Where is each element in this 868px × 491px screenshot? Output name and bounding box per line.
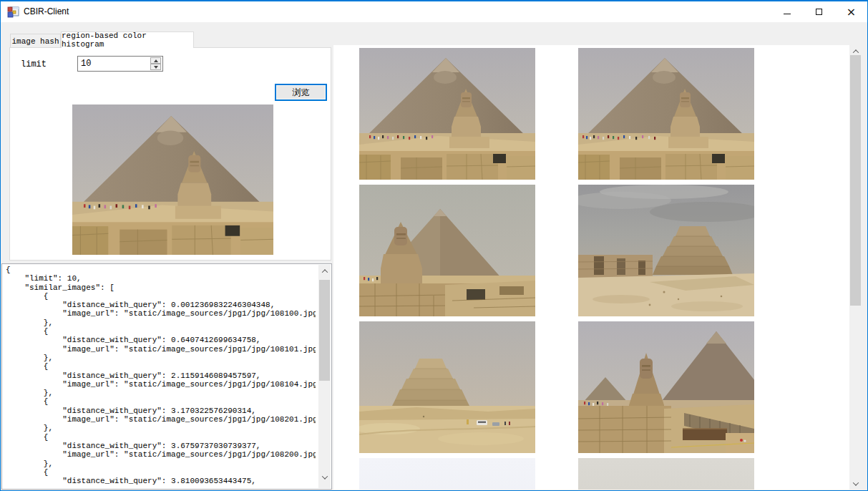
response-json-text: { "limit": 10, "similar_images": [ { "di… [6, 266, 316, 489]
result-image[interactable] [578, 321, 754, 453]
result-image[interactable] [359, 185, 535, 316]
result-image[interactable] [578, 185, 754, 316]
app-window: CBIR-Client × image hash region-based co… [0, 0, 868, 491]
limit-label: limit [21, 59, 47, 69]
close-icon: × [847, 6, 856, 18]
query-panel: limit 10 浏览 [9, 47, 331, 261]
scrollbar-thumb[interactable] [319, 280, 330, 381]
result-image[interactable] [578, 458, 754, 490]
window-title: CBIR-Client [24, 1, 69, 22]
browse-button[interactable]: 浏览 [275, 84, 327, 101]
chevron-up-icon [852, 49, 858, 55]
scroll-up-button[interactable] [318, 265, 331, 277]
close-button[interactable]: × [835, 1, 867, 22]
chevron-down-icon [852, 480, 858, 485]
up-arrow-icon [154, 59, 158, 62]
browse-button-label: 浏览 [293, 87, 310, 99]
tab-image-hash[interactable]: image hash [10, 34, 61, 48]
maximize-icon [816, 9, 822, 15]
window-controls: × [771, 1, 867, 22]
scroll-down-button[interactable] [318, 471, 331, 483]
maximize-button[interactable] [803, 1, 835, 22]
results-grid [333, 45, 862, 490]
tab-region-histogram[interactable]: region-based color histogram [61, 31, 194, 48]
scrollbar-thumb[interactable] [850, 55, 861, 306]
result-image[interactable] [359, 458, 535, 490]
app-icon [7, 6, 19, 18]
results-panel [333, 45, 862, 490]
chevron-up-icon [321, 269, 327, 275]
limit-spinner-down[interactable] [150, 64, 161, 70]
results-scrollbar[interactable] [849, 45, 862, 490]
tab-image-hash-label: image hash [11, 37, 59, 46]
minimize-button[interactable] [771, 1, 803, 22]
limit-spinner-up[interactable] [150, 57, 161, 64]
scroll-down-button[interactable] [849, 477, 862, 490]
minimize-icon [784, 14, 791, 14]
chevron-down-icon [321, 473, 327, 479]
response-scrollbar[interactable] [318, 265, 331, 488]
limit-spinner [150, 57, 162, 70]
title-bar[interactable]: CBIR-Client × [1, 1, 867, 22]
down-arrow-icon [154, 66, 158, 69]
query-image [72, 104, 273, 255]
limit-input[interactable]: 10 [77, 56, 163, 72]
result-image[interactable] [359, 48, 535, 180]
tab-region-histogram-label: region-based color histogram [62, 31, 193, 49]
result-image[interactable] [359, 321, 535, 453]
result-image[interactable] [578, 48, 754, 180]
limit-value: 10 [81, 57, 91, 71]
response-json-box[interactable]: { "limit": 10, "similar_images": [ { "di… [1, 263, 332, 490]
